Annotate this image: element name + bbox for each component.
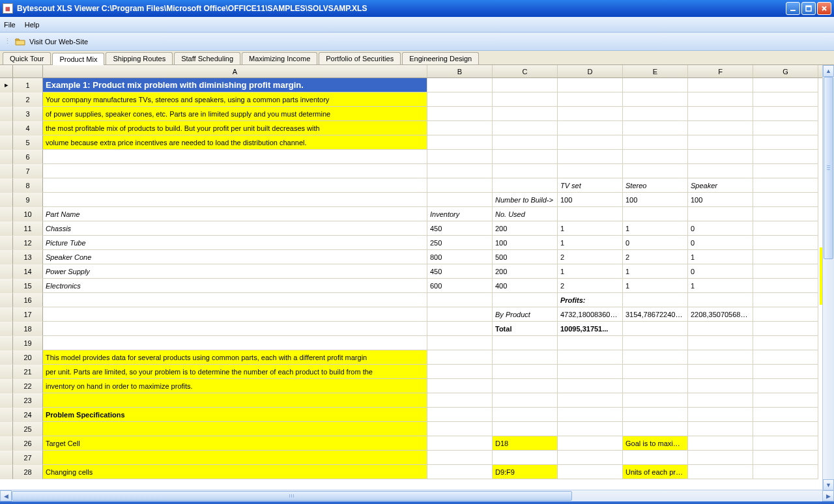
row-header-6[interactable]: 6 [13, 150, 43, 164]
cell-E8[interactable]: Stereo [623, 178, 688, 193]
cell-B6[interactable] [427, 150, 493, 164]
cell-B1[interactable] [427, 78, 493, 92]
cell-B13[interactable]: 800 [427, 250, 493, 264]
cell-D22[interactable] [558, 379, 623, 393]
cell-A21[interactable]: per unit. Parts are limited, so your pro… [43, 365, 427, 379]
cell-F21[interactable] [688, 365, 753, 379]
cell-G19[interactable] [753, 336, 818, 350]
row-header-23[interactable]: 23 [13, 393, 43, 408]
cell-E13[interactable]: 2 [623, 250, 688, 264]
cell-G16[interactable] [753, 293, 818, 307]
cell-D13[interactable]: 2 [558, 250, 623, 264]
cell-B9[interactable] [427, 193, 493, 207]
cell-A5[interactable]: volume because extra price incentives ar… [43, 135, 427, 150]
row-header-8[interactable]: 8 [13, 178, 43, 193]
cell-C28[interactable]: D9:F9 [493, 465, 558, 479]
cell-B19[interactable] [427, 336, 493, 350]
cell-G9[interactable] [753, 193, 818, 207]
column-header-E[interactable]: E [623, 65, 688, 77]
cell-D15[interactable]: 2 [558, 279, 623, 293]
tab-maximizing-income[interactable]: Maximizing Income [242, 52, 317, 64]
row-header-24[interactable]: 24 [13, 408, 43, 422]
cell-G17[interactable] [753, 307, 818, 322]
cell-G7[interactable] [753, 164, 818, 178]
cell-E26[interactable]: Goal is to maximiz... [623, 436, 688, 451]
row-header-2[interactable]: 2 [13, 92, 43, 107]
cell-F7[interactable] [688, 164, 753, 178]
row-header-12[interactable]: 12 [13, 236, 43, 250]
cell-G15[interactable] [753, 279, 818, 293]
cell-B26[interactable] [427, 436, 493, 451]
row-header-27[interactable]: 27 [13, 451, 43, 465]
cell-F10[interactable] [688, 207, 753, 221]
cell-E17[interactable]: 3154,786722400... [623, 307, 688, 322]
cell-B21[interactable] [427, 365, 493, 379]
cell-D12[interactable]: 1 [558, 236, 623, 250]
menu-file[interactable]: File [4, 21, 16, 29]
cell-F20[interactable] [688, 350, 753, 365]
cell-B17[interactable] [427, 307, 493, 322]
menu-help[interactable]: Help [25, 21, 40, 29]
row-header-1[interactable]: 1 [13, 78, 43, 92]
cell-B7[interactable] [427, 164, 493, 178]
cell-D20[interactable] [558, 350, 623, 365]
cell-F2[interactable] [688, 92, 753, 107]
cell-G25[interactable] [753, 422, 818, 436]
cell-E4[interactable] [623, 121, 688, 135]
cell-A25[interactable] [43, 422, 427, 436]
cell-C15[interactable]: 400 [493, 279, 558, 293]
cell-F4[interactable] [688, 121, 753, 135]
cell-A15[interactable]: Electronics [43, 279, 427, 293]
cell-F26[interactable] [688, 436, 753, 451]
cell-C9[interactable]: Number to Build-> [493, 193, 558, 207]
cell-G23[interactable] [753, 393, 818, 408]
cell-G8[interactable] [753, 178, 818, 193]
cell-D25[interactable] [558, 422, 623, 436]
cell-F24[interactable] [688, 408, 753, 422]
cell-G4[interactable] [753, 121, 818, 135]
cell-G27[interactable] [753, 451, 818, 465]
scroll-left-button[interactable]: ◀ [0, 490, 12, 501]
cell-G6[interactable] [753, 150, 818, 164]
cell-A23[interactable] [43, 393, 427, 408]
cell-G2[interactable] [753, 92, 818, 107]
cell-D18[interactable]: 10095,31751... [558, 322, 623, 336]
cell-F25[interactable] [688, 422, 753, 436]
cell-C27[interactable] [493, 451, 558, 465]
visit-website-button[interactable]: Visit Our Web-Site [29, 38, 88, 46]
cell-E10[interactable] [623, 207, 688, 221]
cell-A14[interactable]: Power Supply [43, 264, 427, 279]
cell-D10[interactable] [558, 207, 623, 221]
cell-C23[interactable] [493, 393, 558, 408]
cell-E15[interactable]: 1 [623, 279, 688, 293]
row-header-19[interactable]: 19 [13, 336, 43, 350]
cell-D11[interactable]: 1 [558, 221, 623, 236]
cell-C24[interactable] [493, 408, 558, 422]
cell-F23[interactable] [688, 393, 753, 408]
cell-F1[interactable] [688, 78, 753, 92]
scroll-right-button[interactable]: ▶ [822, 490, 834, 501]
cell-B24[interactable] [427, 408, 493, 422]
row-header-16[interactable]: 16 [13, 293, 43, 307]
row-header-20[interactable]: 20 [13, 350, 43, 365]
cell-E28[interactable]: Units of each pro... [623, 465, 688, 479]
cell-A27[interactable] [43, 451, 427, 465]
column-header-B[interactable]: B [427, 65, 493, 77]
cell-D6[interactable] [558, 150, 623, 164]
cell-A10[interactable]: Part Name [43, 207, 427, 221]
cell-B4[interactable] [427, 121, 493, 135]
cell-A22[interactable]: inventory on hand in order to maximize p… [43, 379, 427, 393]
cell-D23[interactable] [558, 393, 623, 408]
cell-G5[interactable] [753, 135, 818, 150]
tab-quick-tour[interactable]: Quick Tour [3, 52, 51, 64]
tab-shipping-routes[interactable]: Shipping Routes [106, 52, 173, 64]
cell-D5[interactable] [558, 135, 623, 150]
cell-E25[interactable] [623, 422, 688, 436]
cell-A1[interactable]: Example 1: Product mix problem with dimi… [43, 78, 427, 92]
cell-D2[interactable] [558, 92, 623, 107]
cell-F8[interactable]: Speaker [688, 178, 753, 193]
cell-D7[interactable] [558, 164, 623, 178]
cell-C14[interactable]: 200 [493, 264, 558, 279]
cell-G14[interactable] [753, 264, 818, 279]
column-header-F[interactable]: F [688, 65, 753, 77]
